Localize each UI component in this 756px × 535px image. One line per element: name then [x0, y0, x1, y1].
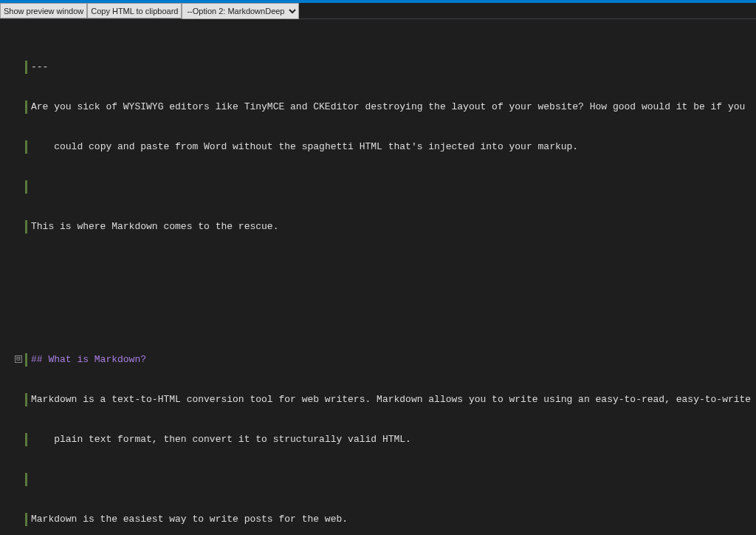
text: This is where Markdown comes to the resc… [31, 221, 278, 232]
copy-html-button[interactable]: Copy HTML to clipboard [87, 3, 182, 18]
fold-toggle[interactable]: ⊟ [15, 355, 22, 363]
text: Markdown is a text-to-HTML conversion to… [31, 394, 756, 405]
text: plain text format, then convert it to st… [54, 434, 411, 445]
text: Markdown is the easiest way to write pos… [31, 514, 348, 525]
editor-gutter [0, 19, 21, 535]
markdown-heading: ## What is Markdown? [31, 354, 146, 365]
text [31, 434, 54, 445]
text: --- [31, 61, 48, 72]
toolbar: Show preview window Copy HTML to clipboa… [0, 3, 756, 19]
section-select[interactable]: --Option 2: MarkdownDeep [182, 3, 299, 19]
code-area[interactable]: --- Are you sick of WYSIWYG editors like… [21, 19, 756, 535]
text: Are you sick of WYSIWYG editors like Tin… [31, 101, 751, 112]
editor: --- Are you sick of WYSIWYG editors like… [0, 19, 756, 535]
show-preview-button[interactable]: Show preview window [0, 3, 87, 18]
text: could copy and paste from Word without t… [54, 141, 578, 152]
text [31, 141, 54, 152]
